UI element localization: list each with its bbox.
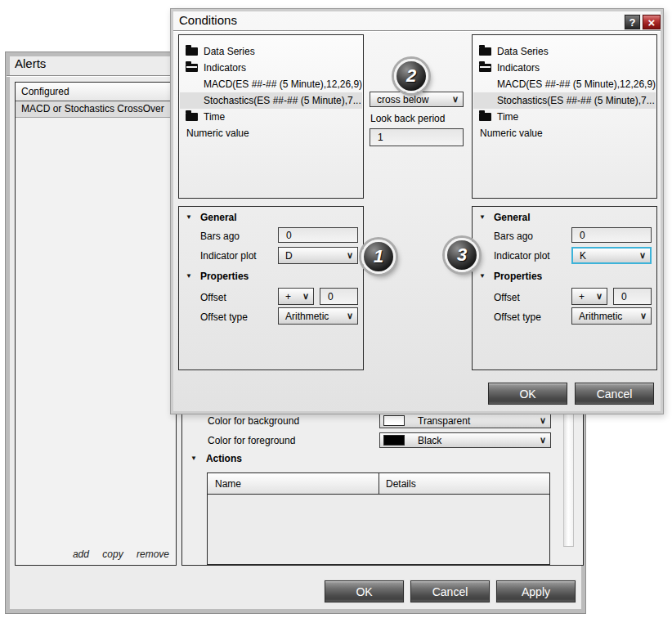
tree-item-indicators[interactable]: Indicators bbox=[180, 60, 362, 76]
callout-badge-2: 2 bbox=[394, 59, 428, 93]
operator-select[interactable]: cross below ∨ bbox=[370, 92, 464, 107]
transparent-color-swatch bbox=[383, 415, 405, 426]
general-label: General bbox=[200, 212, 237, 223]
tree-item-label: Stochastics(ES ##-## (5 Minute),7... bbox=[204, 95, 361, 106]
offset-type-select[interactable]: Arithmetic ∨ bbox=[571, 307, 652, 325]
tree-item-numeric-value[interactable]: Numeric value bbox=[473, 125, 656, 141]
tree-item-numeric-value[interactable]: Numeric value bbox=[180, 125, 362, 141]
tree-item-label: Indicators bbox=[497, 62, 540, 74]
black-color-swatch bbox=[383, 435, 405, 446]
tree-item-label: Numeric value bbox=[480, 128, 543, 139]
tree-item-label: Stochastics(ES ##-## (5 Minute),7... bbox=[497, 95, 655, 106]
actions-table: Name Details bbox=[207, 472, 550, 565]
conditions-ok-button[interactable]: OK bbox=[488, 383, 567, 405]
tree-item-label: Numeric value bbox=[186, 128, 249, 139]
tree-item-stochastics[interactable]: Stochastics(ES ##-## (5 Minute),7... bbox=[473, 92, 656, 109]
folder-closed-icon bbox=[186, 113, 198, 121]
offset-operator-value: + bbox=[279, 291, 302, 302]
configured-list: Configured MACD or Stochastics CrossOver… bbox=[15, 82, 177, 566]
alert-list-item[interactable]: MACD or Stochastics CrossOver bbox=[16, 101, 176, 118]
indicator-plot-label: Indicator plot bbox=[494, 250, 550, 262]
offset-operator-select[interactable]: + ∨ bbox=[278, 288, 314, 305]
details-column-header[interactable]: Details bbox=[379, 473, 549, 494]
alerts-cancel-button[interactable]: Cancel bbox=[410, 580, 490, 602]
offset-value-input[interactable]: 0 bbox=[613, 288, 652, 305]
general-section-header[interactable]: ▼ General bbox=[186, 212, 237, 223]
collapse-arrow-icon: ▼ bbox=[479, 213, 486, 222]
screen: Alerts Configured MACD or Stochastics Cr… bbox=[0, 0, 672, 618]
actions-table-header: Name Details bbox=[208, 473, 549, 495]
offset-type-value: Arithmetic bbox=[572, 311, 640, 322]
general-label: General bbox=[494, 212, 531, 223]
indicator-plot-select[interactable]: D ∨ bbox=[278, 247, 358, 264]
offset-type-value: Arithmetic bbox=[279, 311, 347, 322]
help-icon: ? bbox=[629, 16, 636, 29]
conditions-dialog-title: Conditions bbox=[179, 13, 237, 27]
folder-open-icon bbox=[186, 64, 198, 72]
name-column-header[interactable]: Name bbox=[208, 478, 379, 490]
tree-item-time[interactable]: Time bbox=[180, 109, 362, 125]
configured-list-header: Configured bbox=[16, 83, 176, 101]
tree-item-label: MACD(ES ##-## (5 Minute),12,26,9) bbox=[497, 78, 656, 90]
folder-closed-icon bbox=[479, 113, 491, 121]
tree-item-stochastics[interactable]: Stochastics(ES ##-## (5 Minute),7... bbox=[180, 92, 362, 109]
offset-value-input[interactable]: 0 bbox=[320, 288, 358, 305]
tree-item-indicators[interactable]: Indicators bbox=[473, 60, 656, 76]
indicator-plot-select[interactable]: K ∨ bbox=[571, 247, 652, 264]
color-background-select[interactable]: Transparent ∨ bbox=[379, 413, 551, 428]
conditions-title-separator bbox=[173, 30, 661, 31]
offset-label: Offset bbox=[494, 292, 520, 303]
look-back-period-label: Look back period bbox=[370, 113, 445, 124]
bars-ago-input[interactable]: 0 bbox=[571, 227, 652, 243]
collapse-arrow-icon: ▼ bbox=[479, 272, 486, 280]
indicator-plot-value: D bbox=[279, 250, 347, 262]
tree-item-label: Data Series bbox=[204, 46, 255, 57]
properties-label: Properties bbox=[494, 271, 542, 282]
chevron-down-icon: ∨ bbox=[540, 435, 550, 446]
tree-item-label: Time bbox=[497, 111, 518, 123]
look-back-period-input[interactable]: 1 bbox=[370, 128, 464, 146]
offset-operator-select[interactable]: + ∨ bbox=[571, 288, 607, 305]
callout-badge-3: 3 bbox=[445, 238, 479, 272]
bars-ago-label: Bars ago bbox=[494, 231, 533, 242]
folder-closed-icon bbox=[186, 47, 198, 56]
color-foreground-label: Color for foreground bbox=[208, 435, 295, 446]
folder-open-icon bbox=[479, 64, 491, 72]
chevron-down-icon: ∨ bbox=[302, 291, 313, 302]
bars-ago-input[interactable]: 0 bbox=[278, 227, 358, 243]
actions-section-header[interactable]: ▼ Actions bbox=[190, 453, 242, 464]
tree-item-time[interactable]: Time bbox=[473, 109, 656, 125]
color-foreground-value: Black bbox=[411, 435, 540, 446]
operator-value: cross below bbox=[370, 94, 452, 105]
chevron-down-icon: ∨ bbox=[347, 250, 357, 261]
list-action-links: add copy remove bbox=[62, 549, 169, 560]
color-foreground-select[interactable]: Black ∨ bbox=[379, 432, 551, 448]
color-background-label: Color for background bbox=[208, 415, 299, 427]
add-link[interactable]: add bbox=[73, 549, 89, 560]
chevron-down-icon: ∨ bbox=[639, 250, 650, 261]
close-button[interactable]: × bbox=[643, 15, 661, 29]
chevron-down-icon: ∨ bbox=[540, 415, 550, 426]
tree-item-macd[interactable]: MACD(ES ##-## (5 Minute),12,26,9) bbox=[180, 76, 362, 92]
chevron-down-icon: ∨ bbox=[640, 311, 651, 321]
properties-section-header[interactable]: ▼ Properties bbox=[186, 271, 249, 282]
callout-badge-1: 1 bbox=[361, 240, 396, 274]
offset-type-select[interactable]: Arithmetic ∨ bbox=[278, 307, 358, 325]
help-button[interactable]: ? bbox=[625, 15, 640, 29]
remove-link[interactable]: remove bbox=[137, 549, 169, 560]
copy-link[interactable]: copy bbox=[102, 549, 123, 560]
alerts-apply-button[interactable]: Apply bbox=[496, 580, 576, 602]
tree-item-macd[interactable]: MACD(ES ##-## (5 Minute),12,26,9) bbox=[473, 76, 656, 92]
tree-item-data-series[interactable]: Data Series bbox=[180, 43, 362, 60]
conditions-cancel-button[interactable]: Cancel bbox=[575, 383, 654, 405]
tree-item-label: MACD(ES ##-## (5 Minute),12,26,9) bbox=[204, 78, 362, 90]
tree-item-data-series[interactable]: Data Series bbox=[473, 43, 656, 60]
collapse-arrow-icon: ▼ bbox=[186, 272, 192, 280]
alerts-ok-button[interactable]: OK bbox=[325, 580, 404, 602]
general-section-header[interactable]: ▼ General bbox=[479, 212, 531, 223]
chevron-down-icon: ∨ bbox=[452, 94, 463, 105]
left-properties-panel: ▼ General Bars ago 0 Indicator plot D ∨ … bbox=[178, 206, 364, 370]
properties-section-header[interactable]: ▼ Properties bbox=[479, 271, 542, 282]
offset-type-label: Offset type bbox=[494, 311, 541, 323]
indicator-plot-value: K bbox=[573, 250, 639, 262]
